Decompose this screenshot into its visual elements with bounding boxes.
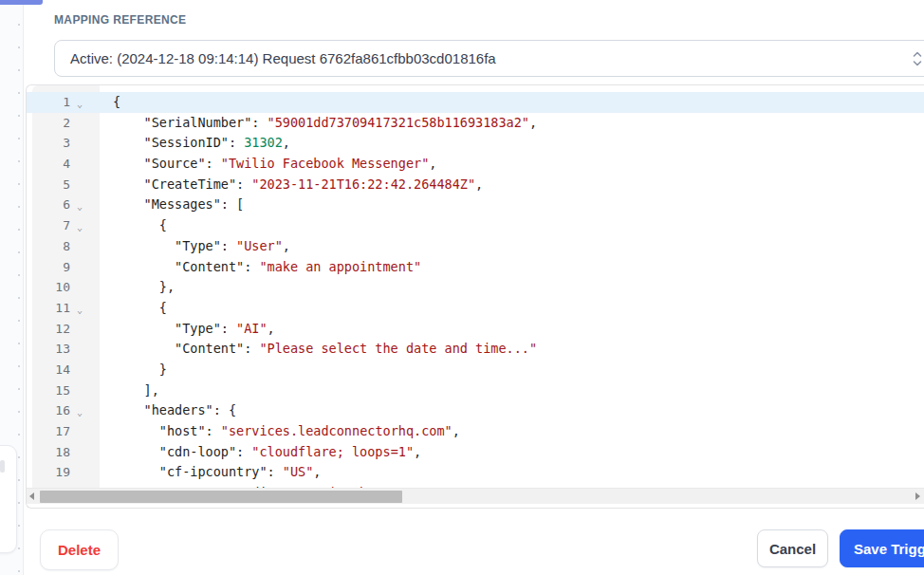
line-gutter: 10 [27, 277, 100, 298]
code-text: "cdn-loop": "cloudflare; loops=1", [100, 442, 421, 463]
line-gutter: 17 [27, 421, 100, 442]
code-text: "Messages": [ [100, 195, 244, 215]
editor-line[interactable]: 17 "host": "services.leadconnectorhq.com… [27, 421, 924, 442]
editor-line[interactable]: 1⌄{ [27, 92, 924, 113]
line-number: 8 [32, 236, 70, 257]
delete-button[interactable]: Delete [40, 529, 119, 570]
line-number: 11 [32, 298, 70, 319]
line-number: 5 [32, 175, 70, 195]
scrollbar-thumb[interactable] [40, 491, 402, 503]
fold-spacer [70, 464, 89, 485]
code-text: { [100, 298, 167, 319]
line-number: 6 [32, 195, 70, 215]
line-gutter: 8 [27, 236, 100, 257]
line-gutter: 12 [27, 319, 100, 340]
code-text: "host": "services.leadconnectorhq.com", [100, 421, 460, 442]
editor-line[interactable]: 15 ], [27, 380, 924, 401]
request-selector[interactable]: Active: (2024-12-18 09:14:14) Request 67… [54, 40, 924, 77]
line-gutter: 18 [27, 442, 100, 463]
json-editor-viewport: 1⌄{2 "SerialNumber": "59001dd73709417321… [27, 85, 924, 508]
fold-arrow-icon[interactable]: ⌄ [70, 300, 89, 321]
line-number: 15 [32, 380, 70, 401]
fold-arrow-icon[interactable]: ⌄ [70, 94, 89, 115]
code-text: "cf-ipcountry": "US", [100, 462, 322, 483]
line-number: 13 [32, 339, 70, 360]
line-number: 16 [32, 400, 70, 421]
code-text: { [100, 92, 120, 113]
fold-spacer [70, 321, 89, 342]
editor-line[interactable]: 18 "cdn-loop": "cloudflare; loops=1", [27, 442, 924, 463]
fold-spacer [70, 135, 89, 156]
code-text: "Content": "make an appointment" [100, 257, 421, 278]
fold-spacer [70, 279, 89, 300]
flow-node-accent-bar [0, 0, 43, 5]
chevron-up-down-icon [912, 50, 923, 71]
editor-line[interactable]: 4 "Source": "Twilio Facebook Messenger", [27, 154, 924, 175]
editor-horizontal-scrollbar[interactable] [27, 488, 924, 504]
editor-line[interactable]: 14 } [27, 360, 924, 380]
code-text: "SerialNumber": "59001dd73709417321c58b1… [100, 113, 537, 134]
line-gutter: 9 [27, 257, 100, 278]
code-text: ], [100, 380, 159, 401]
mapping-reference-label: MAPPING REFERENCE [54, 13, 186, 27]
json-editor[interactable]: 1⌄{2 "SerialNumber": "59001dd73709417321… [26, 84, 924, 509]
fold-spacer [70, 259, 89, 280]
fold-arrow-icon[interactable]: ⌄ [70, 196, 89, 217]
fold-spacer [70, 176, 89, 197]
scrollbar-left-arrow-icon[interactable] [29, 492, 34, 500]
line-number: 14 [32, 360, 70, 380]
editor-line[interactable]: 5 "CreateTime": "2023-11-21T16:22:42.264… [27, 175, 924, 195]
line-number: 19 [32, 462, 70, 483]
editor-rows: 1⌄{2 "SerialNumber": "59001dd73709417321… [27, 85, 924, 488]
line-gutter: 15 [27, 380, 100, 401]
editor-line[interactable]: 2 "SerialNumber": "59001dd73709417321c58… [27, 113, 924, 134]
fold-spacer [70, 341, 89, 362]
fold-spacer [70, 362, 89, 382]
editor-line[interactable]: 10 }, [27, 277, 924, 298]
code-text: "SessionID": 31302, [100, 133, 290, 154]
scrollbar-right-arrow-icon[interactable] [915, 492, 920, 500]
request-selector-value: Active: (2024-12-18 09:14:14) Request 67… [70, 41, 496, 76]
editor-line[interactable]: 16⌄ "headers": { [27, 400, 924, 421]
fold-spacer [70, 238, 89, 259]
code-text: }, [100, 277, 175, 298]
cancel-button[interactable]: Cancel [757, 529, 828, 567]
line-number: 10 [32, 277, 70, 298]
save-trigger-button[interactable]: Save Trigger [840, 529, 924, 567]
line-number: 18 [32, 442, 70, 463]
fold-arrow-icon[interactable]: ⌄ [70, 217, 89, 238]
fold-spacer [70, 444, 89, 465]
editor-line[interactable]: 11⌄ { [27, 298, 924, 319]
code-text: { [100, 215, 167, 236]
editor-line[interactable]: 12 "Type": "AI", [27, 319, 924, 340]
line-gutter: 11⌄ [27, 298, 100, 319]
line-gutter: 14 [27, 360, 100, 380]
line-gutter: 5 [27, 175, 100, 195]
code-text: "Type": "User", [100, 236, 290, 257]
fold-spacer [70, 156, 89, 176]
line-number: 2 [32, 113, 70, 134]
code-text: "Type": "AI", [100, 319, 275, 340]
editor-line[interactable]: 9 "Content": "make an appointment" [27, 257, 924, 278]
trigger-settings-modal: MAPPING REFERENCE Active: (2024-12-18 09… [0, 0, 924, 575]
line-number: 12 [32, 319, 70, 340]
line-gutter: 13 [27, 339, 100, 360]
line-gutter: 4 [27, 154, 100, 175]
code-text: "Source": "Twilio Facebook Messenger", [100, 154, 436, 175]
line-number: 1 [32, 92, 70, 113]
fold-spacer [70, 382, 89, 403]
flow-node-chip [0, 460, 5, 473]
line-gutter: 2 [27, 113, 100, 134]
editor-line[interactable]: 6⌄ "Messages": [ [27, 195, 924, 215]
fold-arrow-icon[interactable]: ⌄ [70, 402, 89, 423]
line-number: 9 [32, 257, 70, 278]
editor-line[interactable]: 8 "Type": "User", [27, 236, 924, 257]
line-number: 4 [32, 154, 70, 175]
editor-line[interactable]: 19 "cf-ipcountry": "US", [27, 462, 924, 483]
editor-line[interactable]: 7⌄ { [27, 215, 924, 236]
line-gutter: 7⌄ [27, 215, 100, 236]
editor-line[interactable]: 3 "SessionID": 31302, [27, 133, 924, 154]
line-number: 3 [32, 133, 70, 154]
line-gutter: 16⌄ [27, 400, 100, 421]
editor-line[interactable]: 13 "Content": "Please select the date an… [27, 339, 924, 360]
